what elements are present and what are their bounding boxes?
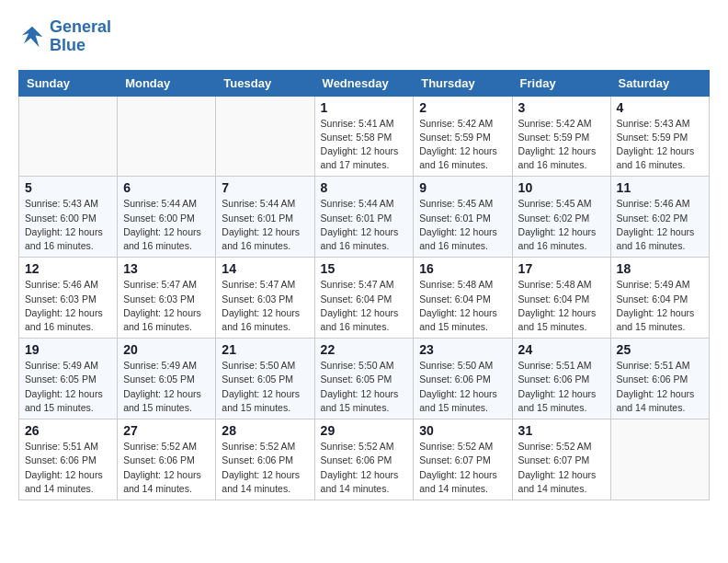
- calendar-cell: [19, 96, 118, 177]
- calendar-week-row: 5Sunrise: 5:43 AM Sunset: 6:00 PM Daylig…: [19, 177, 710, 258]
- calendar-cell: 26Sunrise: 5:51 AM Sunset: 6:06 PM Dayli…: [19, 419, 118, 500]
- day-info: Sunrise: 5:45 AM Sunset: 6:01 PM Dayligh…: [419, 197, 506, 253]
- day-number: 7: [222, 180, 308, 195]
- day-info: Sunrise: 5:42 AM Sunset: 5:59 PM Dayligh…: [419, 117, 506, 173]
- calendar-cell: 11Sunrise: 5:46 AM Sunset: 6:02 PM Dayli…: [610, 177, 709, 258]
- calendar-cell: 9Sunrise: 5:45 AM Sunset: 6:01 PM Daylig…: [414, 177, 512, 258]
- logo-icon: [18, 23, 46, 51]
- page-header: General Blue: [18, 18, 710, 55]
- day-number: 13: [123, 261, 210, 276]
- day-number: 22: [321, 342, 408, 357]
- day-info: Sunrise: 5:44 AM Sunset: 6:01 PM Dayligh…: [321, 197, 408, 253]
- day-number: 8: [321, 180, 408, 195]
- weekday-header-thursday: Thursday: [414, 70, 512, 96]
- calendar-cell: [118, 96, 216, 177]
- day-number: 26: [25, 423, 111, 438]
- day-info: Sunrise: 5:46 AM Sunset: 6:02 PM Dayligh…: [617, 197, 703, 253]
- logo-text: General Blue: [50, 18, 111, 55]
- calendar-cell: 21Sunrise: 5:50 AM Sunset: 6:05 PM Dayli…: [216, 339, 314, 419]
- day-number: 18: [617, 261, 703, 276]
- logo: General Blue: [18, 18, 111, 55]
- day-info: Sunrise: 5:46 AM Sunset: 6:03 PM Dayligh…: [25, 278, 111, 334]
- calendar-cell: 16Sunrise: 5:48 AM Sunset: 6:04 PM Dayli…: [414, 258, 512, 339]
- calendar-cell: 1Sunrise: 5:41 AM Sunset: 5:58 PM Daylig…: [314, 96, 414, 177]
- day-info: Sunrise: 5:49 AM Sunset: 6:04 PM Dayligh…: [617, 278, 703, 334]
- calendar-cell: 24Sunrise: 5:51 AM Sunset: 6:06 PM Dayli…: [512, 339, 610, 419]
- day-info: Sunrise: 5:51 AM Sunset: 6:06 PM Dayligh…: [617, 359, 703, 415]
- calendar-cell: 19Sunrise: 5:49 AM Sunset: 6:05 PM Dayli…: [19, 339, 118, 419]
- day-info: Sunrise: 5:42 AM Sunset: 5:59 PM Dayligh…: [518, 117, 605, 173]
- calendar-cell: 27Sunrise: 5:52 AM Sunset: 6:06 PM Dayli…: [118, 419, 216, 500]
- day-info: Sunrise: 5:43 AM Sunset: 6:00 PM Dayligh…: [25, 197, 111, 253]
- day-info: Sunrise: 5:50 AM Sunset: 6:06 PM Dayligh…: [419, 359, 506, 415]
- day-info: Sunrise: 5:49 AM Sunset: 6:05 PM Dayligh…: [25, 359, 111, 415]
- day-info: Sunrise: 5:52 AM Sunset: 6:06 PM Dayligh…: [321, 440, 408, 496]
- day-number: 15: [321, 261, 408, 276]
- calendar-cell: 8Sunrise: 5:44 AM Sunset: 6:01 PM Daylig…: [314, 177, 414, 258]
- day-number: 5: [25, 180, 111, 195]
- calendar-cell: 3Sunrise: 5:42 AM Sunset: 5:59 PM Daylig…: [512, 96, 610, 177]
- day-info: Sunrise: 5:50 AM Sunset: 6:05 PM Dayligh…: [222, 359, 308, 415]
- day-number: 11: [617, 180, 703, 195]
- day-number: 6: [123, 180, 210, 195]
- calendar-cell: 17Sunrise: 5:48 AM Sunset: 6:04 PM Dayli…: [512, 258, 610, 339]
- calendar-cell: 14Sunrise: 5:47 AM Sunset: 6:03 PM Dayli…: [216, 258, 314, 339]
- calendar-cell: 2Sunrise: 5:42 AM Sunset: 5:59 PM Daylig…: [414, 96, 512, 177]
- day-number: 19: [25, 342, 111, 357]
- calendar-cell: 30Sunrise: 5:52 AM Sunset: 6:07 PM Dayli…: [414, 419, 512, 500]
- day-info: Sunrise: 5:44 AM Sunset: 6:01 PM Dayligh…: [222, 197, 308, 253]
- calendar-cell: 20Sunrise: 5:49 AM Sunset: 6:05 PM Dayli…: [118, 339, 216, 419]
- day-info: Sunrise: 5:51 AM Sunset: 6:06 PM Dayligh…: [25, 440, 111, 496]
- day-number: 17: [518, 261, 605, 276]
- calendar-week-row: 26Sunrise: 5:51 AM Sunset: 6:06 PM Dayli…: [19, 419, 710, 500]
- day-number: 2: [419, 100, 506, 115]
- weekday-header-sunday: Sunday: [19, 70, 118, 96]
- day-info: Sunrise: 5:49 AM Sunset: 6:05 PM Dayligh…: [123, 359, 210, 415]
- weekday-header-wednesday: Wednesday: [314, 70, 414, 96]
- calendar-header-row: SundayMondayTuesdayWednesdayThursdayFrid…: [19, 70, 710, 96]
- calendar-cell: 6Sunrise: 5:44 AM Sunset: 6:00 PM Daylig…: [118, 177, 216, 258]
- day-number: 21: [222, 342, 308, 357]
- calendar-cell: [610, 419, 709, 500]
- calendar-cell: 28Sunrise: 5:52 AM Sunset: 6:06 PM Dayli…: [216, 419, 314, 500]
- day-info: Sunrise: 5:48 AM Sunset: 6:04 PM Dayligh…: [518, 278, 605, 334]
- day-info: Sunrise: 5:43 AM Sunset: 5:59 PM Dayligh…: [617, 117, 703, 173]
- weekday-header-tuesday: Tuesday: [216, 70, 314, 96]
- calendar-cell: 13Sunrise: 5:47 AM Sunset: 6:03 PM Dayli…: [118, 258, 216, 339]
- day-info: Sunrise: 5:47 AM Sunset: 6:03 PM Dayligh…: [222, 278, 308, 334]
- calendar-table: SundayMondayTuesdayWednesdayThursdayFrid…: [18, 70, 710, 500]
- day-number: 16: [419, 261, 506, 276]
- day-info: Sunrise: 5:52 AM Sunset: 6:06 PM Dayligh…: [123, 440, 210, 496]
- day-info: Sunrise: 5:52 AM Sunset: 6:06 PM Dayligh…: [222, 440, 308, 496]
- calendar-cell: 31Sunrise: 5:52 AM Sunset: 6:07 PM Dayli…: [512, 419, 610, 500]
- calendar-cell: 5Sunrise: 5:43 AM Sunset: 6:00 PM Daylig…: [19, 177, 118, 258]
- day-info: Sunrise: 5:44 AM Sunset: 6:00 PM Dayligh…: [123, 197, 210, 253]
- calendar-week-row: 1Sunrise: 5:41 AM Sunset: 5:58 PM Daylig…: [19, 96, 710, 177]
- day-info: Sunrise: 5:51 AM Sunset: 6:06 PM Dayligh…: [518, 359, 605, 415]
- day-info: Sunrise: 5:47 AM Sunset: 6:03 PM Dayligh…: [123, 278, 210, 334]
- day-number: 23: [419, 342, 506, 357]
- svg-marker-0: [22, 27, 43, 48]
- day-info: Sunrise: 5:47 AM Sunset: 6:04 PM Dayligh…: [321, 278, 408, 334]
- day-info: Sunrise: 5:45 AM Sunset: 6:02 PM Dayligh…: [518, 197, 605, 253]
- weekday-header-saturday: Saturday: [610, 70, 709, 96]
- calendar-cell: 29Sunrise: 5:52 AM Sunset: 6:06 PM Dayli…: [314, 419, 414, 500]
- day-number: 20: [123, 342, 210, 357]
- day-number: 27: [123, 423, 210, 438]
- calendar-cell: 18Sunrise: 5:49 AM Sunset: 6:04 PM Dayli…: [610, 258, 709, 339]
- day-number: 9: [419, 180, 506, 195]
- calendar-cell: 23Sunrise: 5:50 AM Sunset: 6:06 PM Dayli…: [414, 339, 512, 419]
- calendar-cell: 4Sunrise: 5:43 AM Sunset: 5:59 PM Daylig…: [610, 96, 709, 177]
- calendar-week-row: 19Sunrise: 5:49 AM Sunset: 6:05 PM Dayli…: [19, 339, 710, 419]
- day-number: 12: [25, 261, 111, 276]
- day-number: 3: [518, 100, 605, 115]
- day-number: 25: [617, 342, 703, 357]
- day-number: 31: [518, 423, 605, 438]
- day-number: 30: [419, 423, 506, 438]
- calendar-cell: 15Sunrise: 5:47 AM Sunset: 6:04 PM Dayli…: [314, 258, 414, 339]
- day-number: 29: [321, 423, 408, 438]
- day-number: 24: [518, 342, 605, 357]
- calendar-cell: 12Sunrise: 5:46 AM Sunset: 6:03 PM Dayli…: [19, 258, 118, 339]
- day-info: Sunrise: 5:48 AM Sunset: 6:04 PM Dayligh…: [419, 278, 506, 334]
- calendar-cell: 7Sunrise: 5:44 AM Sunset: 6:01 PM Daylig…: [216, 177, 314, 258]
